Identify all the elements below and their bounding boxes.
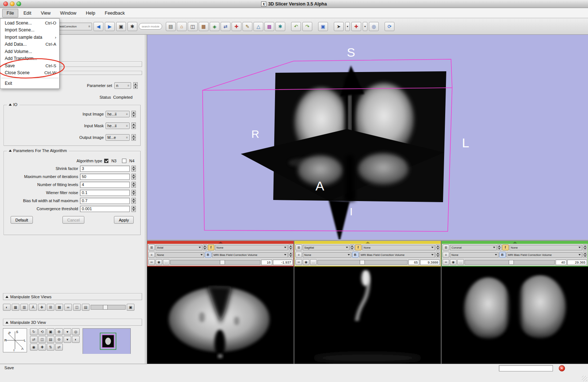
slice-layout-icon[interactable]: ▤ [82, 304, 89, 311]
slice-index-field[interactable]: 65 [408, 260, 419, 265]
link-slices-icon[interactable]: ∞ [443, 259, 449, 265]
slice-visibility-icon[interactable]: ◉ [450, 259, 457, 265]
slices-fit-icon[interactable]: ▦ [12, 304, 19, 311]
orientation-spinner[interactable] [350, 245, 354, 250]
slice-visibility-icon[interactable]: ◉ [303, 259, 309, 265]
cancel-button[interactable]: Cancel [62, 216, 84, 224]
foreground-spinner[interactable] [436, 245, 440, 250]
zoom-window-button[interactable] [16, 1, 21, 6]
background-volume-select[interactable]: MRI Bias Field Correction Volume [507, 252, 582, 258]
module-selector[interactable]: FieldCorrection ≡ [56, 23, 92, 30]
center-view-icon[interactable]: ◉ [30, 344, 38, 351]
parameter-entry[interactable]: 0.7 [80, 198, 130, 204]
slices-visibility-icon[interactable]: ◐ [3, 304, 11, 311]
slice-view-coronal[interactable] [442, 266, 588, 364]
menu-item[interactable]: View [37, 9, 55, 18]
link-slices-icon[interactable]: ∞ [64, 304, 72, 311]
link-slices-icon[interactable]: ∞ [295, 259, 302, 265]
menu-item[interactable]: Help [81, 9, 100, 18]
slice-offset-slider[interactable] [170, 260, 260, 265]
module-settings-button[interactable]: ✱ [127, 22, 137, 31]
titlebar[interactable]: X 3D Slicer Version 3.5 Alpha [0, 0, 588, 8]
module-back-button[interactable]: ◀ [93, 22, 103, 31]
slice-pin-icon[interactable]: ⊞ [295, 245, 302, 250]
foreground-select[interactable]: None [509, 245, 582, 250]
parameter-entry[interactable]: 4 [80, 182, 130, 188]
parameter-spinner[interactable] [131, 182, 136, 188]
label-select[interactable]: None [450, 252, 499, 258]
foreground-spinner[interactable] [583, 245, 587, 250]
slice-index-field[interactable]: 16 [261, 260, 272, 265]
foreground-spinner[interactable] [289, 245, 293, 250]
camera-mode-arrow-icon[interactable]: ▾ [64, 336, 71, 343]
stereo-icon[interactable]: ◐ [72, 336, 80, 343]
foreground-select[interactable]: None [215, 245, 288, 250]
orientation-spinner[interactable] [497, 245, 501, 250]
volume-select[interactable]: he...ii ≡ [106, 111, 130, 117]
volume-spinner[interactable] [131, 122, 136, 129]
snapshot-icon[interactable]: ▤ [47, 336, 54, 343]
parameter-entry[interactable]: 50 [80, 174, 130, 180]
axes-icon[interactable]: ✚ [38, 344, 46, 351]
volume-select[interactable]: M...e ≡ [106, 134, 130, 141]
background-toggle[interactable]: B [205, 252, 211, 258]
file-menu-item[interactable]: Import sample data › [0, 34, 59, 41]
refresh-button[interactable]: ⟳ [385, 22, 394, 31]
interpolation-icon[interactable]: ▩ [56, 304, 63, 311]
parameter-spinner[interactable] [131, 198, 136, 204]
modules-icon[interactable]: ▤ [166, 22, 176, 31]
rock-view-icon[interactable]: ⇄ [30, 336, 38, 343]
volume-spinner[interactable] [131, 134, 136, 141]
parameter-entry[interactable]: 0.1 [80, 190, 130, 196]
background-toggle[interactable]: B [499, 252, 506, 258]
parameter-set-spinner[interactable] [133, 82, 138, 89]
slice-pin-icon[interactable]: ⊞ [443, 245, 449, 250]
crosshair-icon[interactable]: ✚ [38, 304, 46, 311]
label-layer-icon[interactable]: ≡ [148, 252, 155, 258]
slice-offset-field[interactable]: 29.365 [567, 260, 587, 265]
pitch-view-icon[interactable]: ⇅ [47, 344, 54, 351]
background-toggle[interactable]: B [352, 252, 359, 258]
mouse-pick-button[interactable]: ➤ [334, 22, 344, 31]
slice-offset-slider[interactable] [465, 260, 555, 265]
orientation-select[interactable]: Sagittal [303, 245, 350, 250]
n3-checkbox[interactable] [104, 159, 108, 163]
mouse-place-button[interactable]: ✚ [351, 22, 361, 31]
label-layer-icon[interactable]: ≡ [443, 252, 449, 258]
layout-select-button[interactable]: ▣ [318, 22, 328, 31]
yaw-view-icon[interactable]: ⇄ [55, 344, 63, 351]
error-log-button[interactable]: ✕ [559, 365, 565, 371]
file-menu-item[interactable]: Close Scene Ctrl-W [0, 69, 59, 77]
parameters-section-header[interactable]: Parameters For The Algorithm [7, 148, 69, 153]
measurements-icon[interactable]: △ [253, 22, 263, 31]
colors-icon[interactable]: ▩ [264, 22, 274, 31]
file-menu-item[interactable]: Load Scene... Ctrl-O [0, 19, 59, 27]
file-menu-item[interactable]: Add Transform... [0, 55, 59, 63]
slice-advanced-button[interactable]: ▣ [127, 304, 134, 311]
apply-button[interactable]: Apply [114, 216, 134, 224]
data-icon[interactable]: ◫ [188, 22, 198, 31]
background-spinner[interactable] [436, 252, 440, 258]
slice-color-bar[interactable] [148, 241, 293, 244]
parameter-spinner[interactable] [131, 190, 136, 196]
axis-orientation-widget[interactable]: S P R L A I [3, 328, 27, 352]
foreground-toggle[interactable]: f [502, 245, 509, 250]
volume-spinner[interactable] [131, 111, 136, 117]
mouse-transform-button[interactable]: ◎ [369, 22, 379, 31]
file-menu-item[interactable]: Add Data... Ctrl-A [0, 41, 59, 48]
rotate-view-icon[interactable]: ⟲ [38, 328, 46, 335]
zoom-mode-arrow-icon[interactable]: ▾ [64, 328, 71, 335]
file-menu-item[interactable]: Add Volume... [0, 48, 59, 55]
module-search-input[interactable] [139, 23, 162, 30]
volumes-icon[interactable]: ▦ [199, 22, 209, 31]
horizontal-splitter[interactable] [147, 239, 588, 241]
editor-icon[interactable]: ✎ [243, 22, 252, 31]
fade-slider[interactable] [91, 305, 126, 310]
slice-visibility-icon[interactable]: ◉ [156, 259, 162, 265]
label-select[interactable]: None [156, 252, 204, 258]
spin-view-icon[interactable]: ↻ [30, 328, 38, 335]
slice-view-axial[interactable] [147, 266, 294, 364]
models-icon[interactable]: ◈ [210, 22, 219, 31]
slice-pin-icon[interactable]: ⊞ [148, 245, 155, 250]
parameter-spinner[interactable] [131, 174, 136, 180]
